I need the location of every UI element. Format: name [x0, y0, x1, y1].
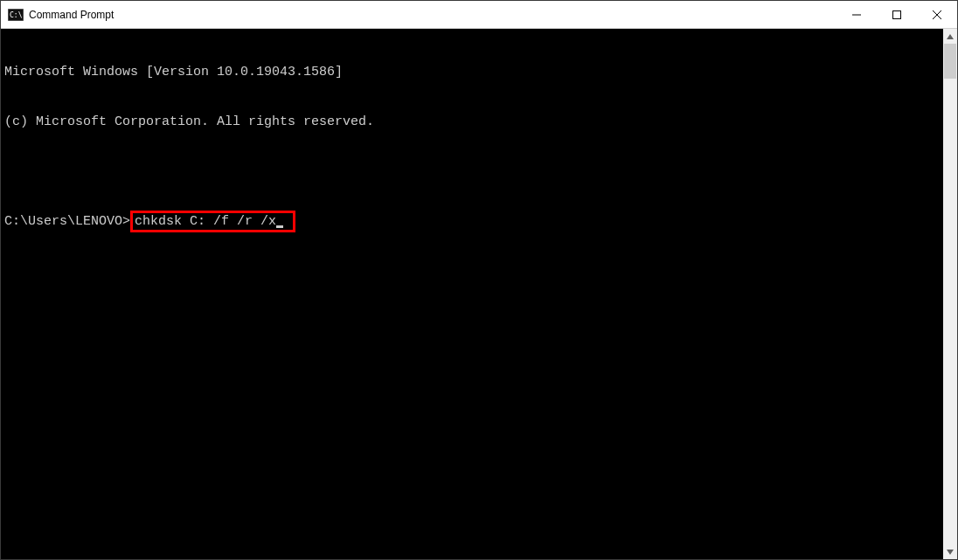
svg-marker-6 [947, 34, 954, 39]
terminal-line-copyright: (c) Microsoft Corporation. All rights re… [4, 114, 940, 130]
titlebar[interactable]: C:\ Command Prompt [1, 1, 957, 29]
terminal-line-version: Microsoft Windows [Version 10.0.19043.15… [4, 64, 940, 80]
window-controls [837, 1, 957, 28]
close-button[interactable] [917, 1, 957, 28]
svg-rect-3 [893, 10, 901, 18]
prompt-line: C:\Users\LENOVO>chkdsk C: /f /r /x [4, 213, 940, 232]
svg-marker-7 [947, 550, 954, 555]
terminal-content: Microsoft Windows [Version 10.0.19043.15… [1, 29, 943, 559]
prompt-path: C:\Users\LENOVO> [4, 213, 130, 230]
titlebar-left: C:\ Command Prompt [1, 8, 114, 22]
blank-line [4, 163, 940, 180]
vertical-scrollbar[interactable] [943, 29, 957, 559]
scroll-track[interactable] [943, 44, 957, 544]
cmd-icon: C:\ [8, 8, 24, 22]
scroll-thumb[interactable] [944, 44, 956, 79]
scroll-up-button[interactable] [943, 29, 957, 44]
terminal-area[interactable]: Microsoft Windows [Version 10.0.19043.15… [1, 29, 957, 559]
command-prompt-window: C:\ Command Prompt [0, 0, 958, 560]
scroll-down-button[interactable] [943, 544, 957, 559]
svg-text:C:\: C:\ [10, 11, 23, 19]
command-highlight: chkdsk C: /f /r /x [130, 211, 295, 232]
minimize-button[interactable] [837, 1, 877, 28]
window-title: Command Prompt [29, 9, 114, 21]
command-text: chkdsk C: /f /r /x [135, 214, 276, 229]
maximize-button[interactable] [877, 1, 917, 28]
text-cursor [276, 225, 283, 228]
